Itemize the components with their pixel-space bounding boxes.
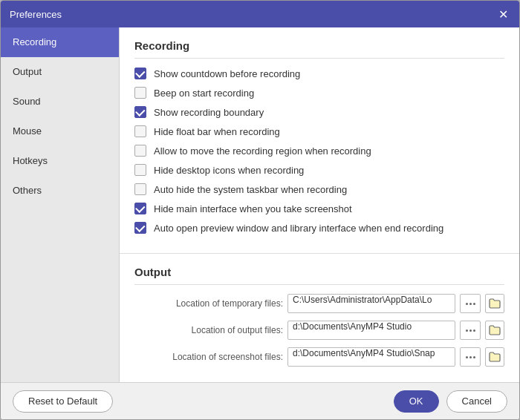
checkbox-label-hide-float-bar: Hide float bar when recording bbox=[154, 126, 280, 137]
checkbox-label-show-boundary: Show recording boundary bbox=[154, 107, 264, 118]
checkbox-label-hide-desktop-icons: Hide desktop icons when recording bbox=[154, 165, 304, 176]
sidebar-item-output[interactable]: Output bbox=[1, 57, 119, 87]
dot9 bbox=[473, 356, 475, 358]
sidebar-item-mouse[interactable]: Mouse bbox=[1, 117, 119, 146]
checkbox-auto-open-preview[interactable] bbox=[134, 222, 146, 234]
output-files-dots-button[interactable] bbox=[460, 321, 481, 340]
cancel-button[interactable]: Cancel bbox=[446, 390, 507, 413]
sidebar: Recording Output Sound Mouse Hotkeys Oth… bbox=[1, 27, 120, 382]
dot6 bbox=[473, 329, 475, 332]
checkbox-row-show-countdown: Show countdown before recording bbox=[134, 68, 504, 79]
ok-button[interactable]: OK bbox=[394, 390, 439, 413]
checkbox-row-auto-open-preview: Auto open preview window and library int… bbox=[134, 222, 504, 234]
dot8 bbox=[469, 356, 472, 358]
checkbox-hide-float-bar[interactable] bbox=[134, 125, 146, 137]
checkbox-row-hide-main-interface: Hide main interface when you take screen… bbox=[134, 203, 504, 214]
checkbox-show-countdown[interactable] bbox=[134, 68, 146, 79]
checkbox-row-show-boundary: Show recording boundary bbox=[134, 106, 504, 118]
field-label-temp-files: Location of temporary files: bbox=[134, 298, 283, 309]
close-button[interactable]: ✕ bbox=[495, 7, 510, 22]
checkbox-row-beep-start: Beep on start recording bbox=[134, 87, 504, 99]
checkbox-label-auto-hide-taskbar: Auto hide the system taskbar when record… bbox=[154, 184, 347, 195]
output-section: Output Location of temporary files: C:\U… bbox=[120, 253, 519, 382]
checkbox-label-beep-start: Beep on start recording bbox=[154, 88, 254, 99]
checkbox-label-show-countdown: Show countdown before recording bbox=[154, 68, 300, 79]
title-bar: Preferences ✕ bbox=[1, 1, 519, 27]
temp-files-input[interactable]: C:\Users\Administrator\AppData\Lo bbox=[287, 294, 455, 313]
screenshot-files-dots-button[interactable] bbox=[460, 347, 481, 367]
dot3 bbox=[473, 303, 475, 305]
sidebar-item-recording[interactable]: Recording bbox=[1, 27, 119, 57]
checkbox-show-boundary[interactable] bbox=[134, 106, 146, 118]
preferences-dialog: Preferences ✕ Recording Output Sound Mou… bbox=[0, 0, 520, 420]
field-label-screenshot-files: Location of screenshot files: bbox=[134, 352, 283, 362]
checkbox-label-auto-open-preview: Auto open preview window and library int… bbox=[154, 223, 443, 234]
checkbox-label-hide-main-interface: Hide main interface when you take screen… bbox=[154, 203, 352, 214]
checkbox-hide-main-interface[interactable] bbox=[134, 203, 146, 214]
sidebar-item-sound[interactable]: Sound bbox=[1, 87, 119, 117]
output-section-title: Output bbox=[134, 266, 504, 285]
dialog-footer: Reset to Default OK Cancel bbox=[1, 382, 519, 419]
screenshot-files-input[interactable]: d:\Documents\AnyMP4 Studio\Snap bbox=[287, 347, 455, 367]
recording-section: Recording Show countdown before recordin… bbox=[120, 27, 519, 253]
temp-files-folder-button[interactable] bbox=[485, 294, 504, 313]
sidebar-item-hotkeys[interactable]: Hotkeys bbox=[1, 146, 119, 176]
recording-section-title: Recording bbox=[134, 39, 504, 59]
output-files-folder-button[interactable] bbox=[485, 321, 504, 340]
checkbox-hide-desktop-icons[interactable] bbox=[134, 164, 146, 176]
dialog-body: Recording Output Sound Mouse Hotkeys Oth… bbox=[1, 27, 519, 382]
dot4 bbox=[466, 329, 468, 332]
checkbox-beep-start[interactable] bbox=[134, 87, 146, 99]
checkbox-allow-move[interactable] bbox=[134, 145, 146, 157]
dialog-title: Preferences bbox=[10, 9, 62, 20]
checkbox-row-auto-hide-taskbar: Auto hide the system taskbar when record… bbox=[134, 183, 504, 195]
checkbox-row-hide-float-bar: Hide float bar when recording bbox=[134, 125, 504, 137]
checkbox-label-allow-move: Allow to move the recording region when … bbox=[154, 145, 371, 157]
checkbox-row-allow-move: Allow to move the recording region when … bbox=[134, 145, 504, 157]
checkbox-auto-hide-taskbar[interactable] bbox=[134, 183, 146, 195]
reset-button[interactable]: Reset to Default bbox=[13, 390, 113, 413]
footer-right-buttons: OK Cancel bbox=[394, 390, 507, 413]
dot2 bbox=[469, 303, 472, 305]
main-content: Recording Show countdown before recordin… bbox=[120, 27, 519, 382]
screenshot-files-folder-button[interactable] bbox=[485, 347, 504, 367]
output-files-input[interactable]: d:\Documents\AnyMP4 Studio bbox=[287, 321, 455, 340]
temp-files-dots-button[interactable] bbox=[460, 294, 481, 313]
sidebar-item-others[interactable]: Others bbox=[1, 176, 119, 206]
field-row-temp-files: Location of temporary files: C:\Users\Ad… bbox=[134, 294, 504, 313]
field-row-output-files: Location of output files: d:\Documents\A… bbox=[134, 321, 504, 340]
dot7 bbox=[466, 356, 468, 358]
field-row-screenshot-files: Location of screenshot files: d:\Documen… bbox=[134, 347, 504, 367]
checkbox-row-hide-desktop-icons: Hide desktop icons when recording bbox=[134, 164, 504, 176]
dot1 bbox=[466, 303, 468, 305]
dot5 bbox=[469, 329, 472, 332]
field-label-output-files: Location of output files: bbox=[134, 325, 283, 335]
